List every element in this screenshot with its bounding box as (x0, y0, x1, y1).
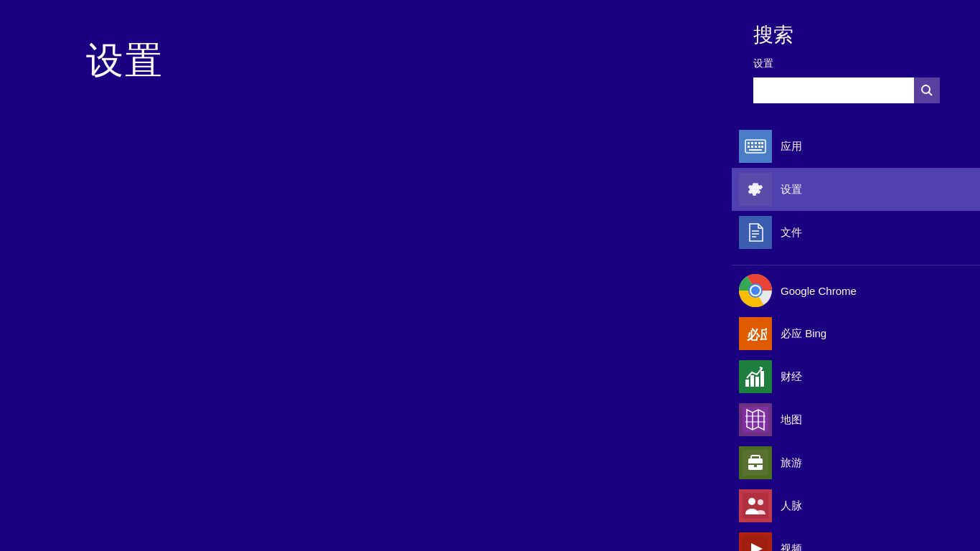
svg-rect-10 (755, 146, 757, 148)
search-input-container (753, 77, 940, 103)
search-title: 搜索 (753, 22, 966, 49)
filter-label-settings: 设置 (781, 183, 802, 197)
app-label-chrome: Google Chrome (781, 285, 857, 297)
svg-rect-4 (751, 142, 753, 144)
svg-point-20 (751, 286, 760, 295)
contacts-icon (743, 493, 768, 519)
svg-rect-7 (761, 142, 763, 144)
filter-item-apps[interactable]: 应用 (732, 125, 980, 168)
svg-point-40 (758, 499, 763, 505)
list-item[interactable]: Google Chrome (732, 269, 980, 312)
search-section: 搜索 设置 (732, 0, 980, 118)
svg-rect-24 (750, 375, 754, 387)
svg-rect-37 (754, 464, 757, 467)
svg-rect-25 (755, 377, 759, 387)
files-icon-box (739, 216, 772, 249)
svg-point-39 (748, 498, 755, 505)
search-button[interactable] (914, 77, 940, 103)
app-label-maps: 地图 (781, 413, 802, 427)
list-item[interactable]: 财经 (732, 355, 980, 398)
chrome-icon (739, 274, 772, 307)
svg-rect-12 (761, 146, 763, 148)
filter-label-apps: 应用 (781, 140, 802, 154)
chrome-app-icon (739, 274, 772, 307)
svg-rect-32 (745, 421, 765, 423)
svg-rect-31 (745, 415, 765, 417)
video-app-icon (739, 532, 772, 551)
list-item[interactable]: 人脉 (732, 484, 980, 527)
app-label-travel: 旅游 (781, 456, 802, 470)
svg-text:必应: 必应 (746, 327, 767, 342)
filter-item-settings[interactable]: 设置 (732, 168, 980, 211)
app-label-contacts: 人脉 (781, 499, 802, 513)
svg-rect-9 (751, 146, 753, 148)
svg-rect-23 (745, 380, 749, 387)
settings-icon-box (739, 173, 772, 206)
filter-section: 应用 设置 (732, 118, 980, 261)
app-label-video: 视频 (781, 542, 802, 552)
app-label-finance: 财经 (781, 370, 802, 384)
apps-icon (739, 130, 772, 163)
svg-rect-5 (755, 142, 757, 144)
apps-icon-box (739, 130, 772, 163)
files-icon (739, 216, 772, 249)
search-input[interactable] (753, 77, 914, 103)
filter-item-files[interactable]: 文件 (732, 211, 980, 254)
search-icon (920, 84, 933, 97)
divider (732, 265, 980, 265)
svg-rect-38 (743, 493, 768, 519)
svg-point-0 (922, 85, 930, 93)
main-content: 设置 (0, 0, 732, 551)
app-label-bing: 必应 Bing (781, 327, 826, 341)
travel-app-icon (739, 446, 772, 479)
svg-line-1 (929, 93, 933, 96)
file-document-icon (747, 222, 764, 242)
svg-rect-26 (760, 371, 764, 387)
svg-rect-3 (748, 142, 750, 144)
maps-icon (743, 407, 768, 433)
bing-icon: 必应 (744, 322, 767, 345)
svg-rect-8 (748, 146, 750, 148)
right-panel: 搜索 设置 (732, 0, 980, 551)
svg-rect-6 (758, 142, 760, 144)
list-item[interactable]: 视频 (732, 527, 980, 551)
app-list: Google Chrome 必应 必应 Bing (732, 269, 980, 551)
filter-label-files: 文件 (781, 226, 802, 240)
list-item[interactable]: 必应 必应 Bing (732, 312, 980, 355)
contacts-app-icon (739, 489, 772, 522)
keyboard-icon (745, 139, 766, 154)
video-icon (743, 536, 768, 551)
gear-icon (746, 180, 765, 199)
list-item[interactable]: 地图 (732, 398, 980, 441)
settings-icon (739, 173, 772, 206)
maps-app-icon (739, 403, 772, 436)
travel-icon (743, 450, 768, 476)
list-item[interactable]: 旅游 (732, 441, 980, 484)
bing-app-icon: 必应 (739, 317, 772, 350)
svg-rect-11 (758, 146, 760, 148)
finance-icon (743, 364, 768, 390)
finance-app-icon (739, 360, 772, 393)
search-context-label: 设置 (753, 57, 966, 70)
svg-rect-13 (749, 149, 762, 151)
page-title: 设置 (86, 36, 164, 86)
